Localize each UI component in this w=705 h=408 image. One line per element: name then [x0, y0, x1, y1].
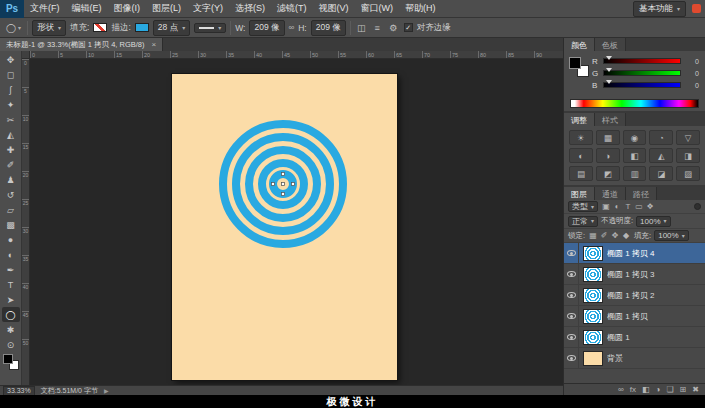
channel-slider[interactable]	[603, 58, 681, 64]
document-canvas[interactable]	[172, 74, 397, 380]
channel-value[interactable]: 0	[685, 58, 699, 65]
lock-transparency-icon[interactable]: ▦	[588, 231, 598, 240]
foreground-background-swatches[interactable]	[3, 354, 19, 370]
opacity-dropdown[interactable]: 100% ▾	[636, 216, 670, 227]
layer-name[interactable]: 椭圆 1 拷贝 4	[607, 248, 655, 259]
layer-thumbnail[interactable]	[583, 351, 603, 366]
path-alignment-icon[interactable]: ≡	[371, 21, 384, 34]
layer-row[interactable]: 椭圆 1 拷贝	[564, 306, 705, 327]
layer-thumbnail[interactable]	[583, 246, 603, 261]
layer-style-icon[interactable]: fx	[630, 386, 636, 394]
visibility-toggle[interactable]	[564, 243, 579, 263]
link-dimensions-icon[interactable]: ∞	[289, 23, 295, 32]
menu-item[interactable]: 窗口(W)	[355, 0, 400, 17]
photo-filter-icon[interactable]: ◭	[649, 148, 673, 163]
filter-toggle[interactable]	[694, 203, 701, 210]
pen-tool-icon[interactable]: ✒	[2, 262, 20, 277]
menu-item[interactable]: 滤镜(T)	[271, 0, 313, 17]
color-panel-swatches[interactable]	[569, 57, 589, 77]
menu-item[interactable]: 帮助(H)	[399, 0, 442, 17]
zoom-level-input[interactable]: 33.33%	[3, 386, 35, 396]
workspace-switcher[interactable]: 基本功能 ▾	[633, 1, 686, 17]
height-input[interactable]: 209 像	[311, 20, 346, 36]
tab-styles[interactable]: 样式	[595, 113, 626, 126]
layer-name[interactable]: 椭圆 1 拷贝 3	[607, 269, 655, 280]
link-layers-icon[interactable]: ∞	[618, 386, 624, 394]
layer-name[interactable]: 椭圆 1 拷贝 2	[607, 290, 655, 301]
visibility-toggle[interactable]	[564, 306, 579, 326]
layer-row[interactable]: 椭圆 1 拷贝 4	[564, 243, 705, 264]
vibrance-icon[interactable]: ▽	[676, 130, 700, 145]
menu-item[interactable]: 文字(Y)	[187, 0, 229, 17]
visibility-toggle[interactable]	[564, 327, 579, 347]
channel-mixer-icon[interactable]: ◨	[676, 148, 700, 163]
menu-item[interactable]: 图像(I)	[108, 0, 147, 17]
channel-slider[interactable]	[603, 82, 681, 88]
gradient-tool-icon[interactable]: ▩	[2, 217, 20, 232]
tool-mode-dropdown[interactable]: 形状 ▾	[32, 20, 66, 36]
filter-smart-objects-icon[interactable]: ❖	[645, 202, 655, 211]
black-white-icon[interactable]: ◧	[623, 148, 647, 163]
invert-icon[interactable]: ◩	[596, 166, 620, 181]
lock-position-icon[interactable]: ✥	[610, 231, 620, 240]
menu-item[interactable]: 图层(L)	[146, 0, 187, 17]
eraser-tool-icon[interactable]: ▱	[2, 202, 20, 217]
menu-item[interactable]: 编辑(E)	[66, 0, 108, 17]
history-brush-tool-icon[interactable]: ↺	[2, 187, 20, 202]
levels-icon[interactable]: ▦	[596, 130, 620, 145]
filter-adjustment-layers-icon[interactable]: ◐	[612, 202, 622, 211]
layer-name[interactable]: 椭圆 1	[607, 332, 630, 343]
tab-color[interactable]: 颜色	[564, 38, 595, 51]
layer-row[interactable]: 椭圆 1	[564, 327, 705, 348]
layers-panel-tab[interactable]: 图层	[564, 187, 595, 200]
layer-thumbnail[interactable]	[583, 330, 603, 345]
curves-icon[interactable]: ◉	[623, 130, 647, 145]
canvas-area[interactable]	[30, 59, 563, 385]
move-tool-icon[interactable]: ✥	[2, 52, 20, 67]
path-selection-tool-icon[interactable]: ➤	[2, 292, 20, 307]
layer-thumbnail[interactable]	[583, 267, 603, 282]
path-operations-icon[interactable]: ◫	[355, 21, 368, 34]
filter-pixel-layers-icon[interactable]: ▣	[601, 202, 611, 211]
type-tool-icon[interactable]: T	[2, 277, 20, 292]
layer-thumbnail[interactable]	[583, 288, 603, 303]
posterize-icon[interactable]: ▥	[623, 166, 647, 181]
stroke-style-dropdown[interactable]: ▾	[194, 23, 226, 33]
visibility-toggle[interactable]	[564, 264, 579, 284]
layers-panel-tab[interactable]: 路径	[626, 187, 657, 200]
color-lookup-icon[interactable]: ▤	[569, 166, 593, 181]
channel-value[interactable]: 0	[685, 70, 699, 77]
color-balance-icon[interactable]: ◑	[596, 148, 620, 163]
layer-name[interactable]: 椭圆 1 拷贝	[607, 311, 648, 322]
blend-mode-dropdown[interactable]: 正常 ▾	[568, 216, 598, 227]
eyedropper-tool-icon[interactable]: ◭	[2, 127, 20, 142]
new-group-icon[interactable]: ❏	[666, 386, 673, 394]
foreground-color-swatch[interactable]	[3, 354, 13, 364]
ellipse-tool-preset[interactable]: ◯ ▾	[4, 23, 23, 33]
exposure-icon[interactable]: ◔	[649, 130, 673, 145]
hand-tool-icon[interactable]: ✱	[2, 322, 20, 337]
clone-stamp-tool-icon[interactable]: ♟	[2, 172, 20, 187]
brightness-contrast-icon[interactable]: ☀	[569, 130, 593, 145]
filter-kind-dropdown[interactable]: 类型 ▾	[568, 201, 598, 212]
status-options-arrow-icon[interactable]: ▶	[104, 387, 109, 394]
menu-item[interactable]: 视图(V)	[313, 0, 355, 17]
filter-shape-layers-icon[interactable]: ▭	[634, 202, 644, 211]
close-tab-icon[interactable]: ×	[151, 40, 156, 49]
adjustment-layer-icon[interactable]: ◑	[656, 386, 661, 394]
align-edges-checkbox[interactable]: ✓	[404, 23, 413, 32]
menu-item[interactable]: 文件(F)	[24, 0, 66, 17]
foreground-color-swatch[interactable]	[569, 57, 581, 69]
channel-value[interactable]: 0	[685, 82, 699, 89]
lock-all-icon[interactable]: ◆	[621, 231, 631, 240]
tab-swatches[interactable]: 色板	[595, 38, 626, 51]
gradient-map-icon[interactable]: ▨	[676, 166, 700, 181]
fill-opacity-dropdown[interactable]: 100% ▾	[654, 230, 688, 241]
layer-row[interactable]: 椭圆 1 拷贝 3	[564, 264, 705, 285]
stroke-width-dropdown[interactable]: 28 点 ▾	[153, 20, 190, 36]
layer-row[interactable]: 背景	[564, 348, 705, 369]
layer-name[interactable]: 背景	[607, 353, 623, 364]
layers-panel-tab[interactable]: 通道	[595, 187, 626, 200]
layer-thumbnail[interactable]	[583, 309, 603, 324]
shape-tool-icon[interactable]: ◯	[2, 307, 20, 322]
